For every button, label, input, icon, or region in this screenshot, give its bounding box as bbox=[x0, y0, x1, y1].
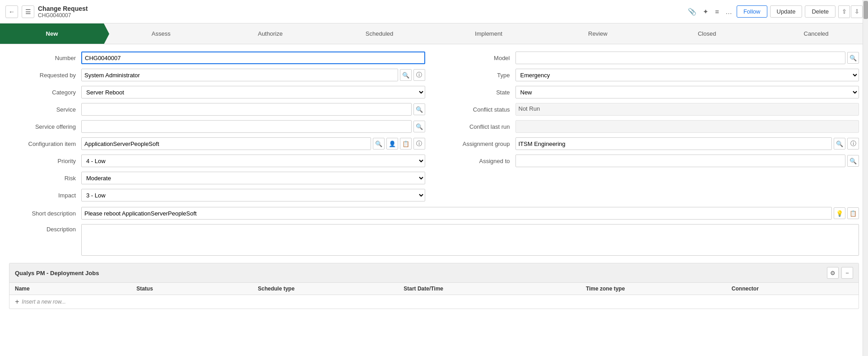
impact-row: Impact 3 - Low bbox=[9, 189, 425, 201]
impact-label: Impact bbox=[9, 192, 81, 199]
model-label: Model bbox=[443, 55, 515, 61]
table-collapse-icon[interactable]: − bbox=[841, 267, 853, 279]
number-input[interactable] bbox=[81, 52, 425, 64]
type-select[interactable]: Emergency Normal Standard bbox=[515, 69, 859, 81]
state-select[interactable]: New Assess Authorize Scheduled Implement… bbox=[515, 86, 859, 98]
short-desc-ai-icon[interactable]: 💡 bbox=[834, 207, 845, 219]
col-timezone-header: Time zone type bbox=[586, 286, 732, 292]
state-label: State bbox=[443, 89, 515, 96]
star-icon[interactable]: ✦ bbox=[701, 6, 710, 18]
category-select[interactable]: Server Reboot bbox=[81, 86, 425, 98]
add-row-icon[interactable]: + bbox=[15, 298, 19, 306]
requested-by-row: Requested by 🔍 ⓘ bbox=[9, 69, 425, 81]
config-item-search-icon[interactable]: 🔍 bbox=[373, 138, 385, 150]
scrollbar[interactable] bbox=[863, 0, 868, 316]
model-input[interactable] bbox=[515, 52, 846, 64]
impact-field: 3 - Low bbox=[81, 189, 425, 201]
table-add-row: + Insert a new row... bbox=[9, 295, 859, 309]
config-item-info-icon[interactable]: ⓘ bbox=[413, 138, 425, 150]
requested-by-input[interactable] bbox=[81, 69, 398, 81]
col-status-header: Status bbox=[136, 286, 258, 292]
number-field bbox=[81, 52, 425, 64]
wf-step-new[interactable]: New bbox=[0, 23, 104, 44]
attachment-icon[interactable]: 📎 bbox=[686, 6, 698, 18]
back-button[interactable]: ← bbox=[5, 5, 18, 18]
requested-by-search-icon[interactable]: 🔍 bbox=[400, 69, 412, 81]
short-description-input[interactable] bbox=[81, 207, 832, 220]
model-field: 🔍 bbox=[515, 52, 859, 64]
config-item-input[interactable] bbox=[81, 137, 371, 150]
table-title: Qualys PM - Deployment Jobs bbox=[15, 270, 99, 276]
table-header: Qualys PM - Deployment Jobs ⚙ − bbox=[9, 263, 859, 283]
short-desc-copy-icon[interactable]: 📋 bbox=[847, 207, 859, 219]
form-container: Number Requested by 🔍 ⓘ Category bbox=[0, 44, 868, 316]
wf-step-scheduled[interactable]: Scheduled bbox=[322, 23, 432, 44]
assignment-group-info-icon[interactable]: ⓘ bbox=[847, 138, 859, 150]
assignment-group-label: Assignment group bbox=[443, 141, 515, 147]
config-item-copy-icon[interactable]: 📋 bbox=[400, 138, 412, 150]
col-name-header: Name bbox=[15, 286, 136, 292]
table-settings-icon[interactable]: ⚙ bbox=[827, 267, 839, 279]
top-bar-left: ← ☰ Change Request CHG0040007 bbox=[5, 5, 88, 19]
risk-row: Risk Moderate bbox=[9, 172, 425, 184]
service-input[interactable] bbox=[81, 103, 412, 116]
wf-step-review[interactable]: Review bbox=[540, 23, 650, 44]
assignment-group-search-icon[interactable]: 🔍 bbox=[834, 138, 845, 150]
table-col-headers: Name Status Schedule type Start Date/Tim… bbox=[9, 283, 859, 295]
wf-step-assess[interactable]: Assess bbox=[104, 23, 213, 44]
wf-step-closed[interactable]: Closed bbox=[650, 23, 759, 44]
number-row: Number bbox=[9, 52, 425, 64]
requested-by-info-icon[interactable]: ⓘ bbox=[413, 69, 425, 81]
wf-step-canceled[interactable]: Canceled bbox=[759, 23, 868, 44]
page-title: Change Request bbox=[38, 5, 88, 12]
wf-step-implement[interactable]: Implement bbox=[432, 23, 541, 44]
prev-record-button[interactable]: ⇧ bbox=[838, 5, 850, 18]
impact-select[interactable]: 3 - Low bbox=[81, 189, 425, 201]
assignment-group-row: Assignment group 🔍 ⓘ bbox=[443, 137, 859, 150]
update-button[interactable]: Update bbox=[770, 5, 803, 18]
filter-icon[interactable]: ≡ bbox=[713, 6, 721, 17]
left-col: Number Requested by 🔍 ⓘ Category bbox=[9, 52, 425, 204]
config-item-field: 🔍 👤 📋 ⓘ bbox=[81, 137, 425, 150]
model-row: Model 🔍 bbox=[443, 52, 859, 64]
state-field: New Assess Authorize Scheduled Implement… bbox=[515, 86, 859, 98]
form-cols: Number Requested by 🔍 ⓘ Category bbox=[9, 52, 859, 204]
menu-button[interactable]: ☰ bbox=[22, 5, 34, 18]
add-row-placeholder[interactable]: Insert a new row... bbox=[22, 299, 65, 305]
requested-by-field: 🔍 ⓘ bbox=[81, 69, 425, 81]
service-field: 🔍 bbox=[81, 103, 425, 116]
risk-select[interactable]: Moderate bbox=[81, 172, 425, 184]
table-section: Qualys PM - Deployment Jobs ⚙ − Name Sta… bbox=[9, 263, 859, 309]
description-textarea[interactable] bbox=[81, 224, 859, 256]
service-offering-search-icon[interactable]: 🔍 bbox=[413, 121, 425, 132]
scrollbar-thumb[interactable] bbox=[863, 1, 868, 19]
config-item-ci-icon[interactable]: 👤 bbox=[386, 138, 398, 150]
nav-arrows: ⇧ ⇩ bbox=[838, 5, 863, 18]
follow-button[interactable]: Follow bbox=[737, 5, 767, 18]
priority-select[interactable]: 4 - Low bbox=[81, 155, 425, 167]
assignment-group-field: 🔍 ⓘ bbox=[515, 137, 859, 150]
conflict-status-row: Conflict status Not Run bbox=[443, 103, 859, 116]
assigned-to-input[interactable] bbox=[515, 155, 846, 167]
assignment-group-input[interactable] bbox=[515, 137, 832, 150]
description-row: Description bbox=[9, 224, 859, 256]
model-search-icon[interactable]: 🔍 bbox=[847, 52, 859, 64]
wf-step-authorize[interactable]: Authorize bbox=[213, 23, 322, 44]
service-offering-input[interactable] bbox=[81, 120, 412, 133]
service-row: Service 🔍 bbox=[9, 103, 425, 116]
type-field: Emergency Normal Standard bbox=[515, 69, 859, 81]
more-icon[interactable]: … bbox=[724, 6, 734, 17]
record-number: CHG0040007 bbox=[38, 12, 88, 19]
col-startdate-header: Start Date/Time bbox=[404, 286, 586, 292]
table-header-icons: ⚙ − bbox=[827, 267, 853, 279]
assigned-to-row: Assigned to 🔍 bbox=[443, 155, 859, 167]
delete-button[interactable]: Delete bbox=[805, 5, 836, 18]
next-record-button[interactable]: ⇩ bbox=[851, 5, 863, 18]
service-search-icon[interactable]: 🔍 bbox=[413, 103, 425, 115]
priority-label: Priority bbox=[9, 158, 81, 164]
title-block: Change Request CHG0040007 bbox=[38, 5, 88, 19]
state-row: State New Assess Authorize Scheduled Imp… bbox=[443, 86, 859, 98]
assigned-to-search-icon[interactable]: 🔍 bbox=[847, 155, 859, 167]
category-label: Category bbox=[9, 89, 81, 96]
priority-field: 4 - Low bbox=[81, 155, 425, 167]
